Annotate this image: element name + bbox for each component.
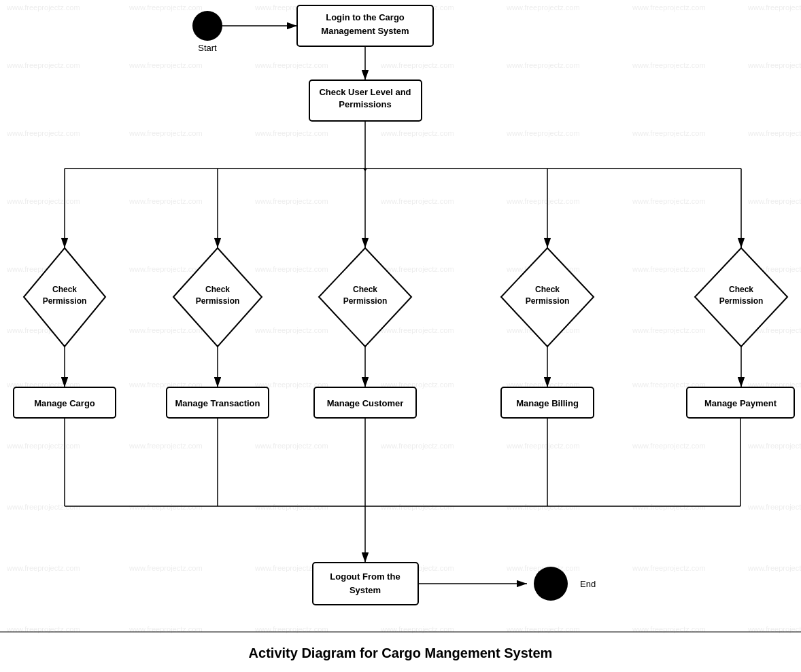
- end-label: End: [580, 579, 596, 589]
- svg-text:www.freeprojectz.com: www.freeprojectz.com: [254, 503, 328, 511]
- svg-text:www.freeprojectz.com: www.freeprojectz.com: [129, 265, 203, 273]
- logout-text1: Logout From the: [330, 571, 400, 582]
- diamond5-text1: Check: [729, 285, 753, 294]
- svg-text:www.freeprojectz.com: www.freeprojectz.com: [129, 503, 203, 511]
- logout-text2: System: [350, 585, 381, 595]
- svg-text:www.freeprojectz.com: www.freeprojectz.com: [506, 61, 580, 69]
- login-text1: Login to the Cargo: [326, 12, 405, 22]
- svg-text:www.freeprojectz.com: www.freeprojectz.com: [506, 197, 580, 205]
- svg-text:www.freeprojectz.com: www.freeprojectz.com: [380, 61, 454, 69]
- svg-text:www.freeprojectz.com: www.freeprojectz.com: [6, 564, 80, 572]
- svg-text:www.freeprojectz.com: www.freeprojectz.com: [129, 564, 203, 572]
- svg-text:www.freeprojectz.com: www.freeprojectz.com: [747, 503, 801, 511]
- manage-customer-text: Manage Customer: [327, 398, 404, 408]
- svg-text:www.freeprojectz.com: www.freeprojectz.com: [129, 326, 203, 334]
- manage-billing-text: Manage Billing: [516, 398, 579, 408]
- svg-text:www.freeprojectz.com: www.freeprojectz.com: [506, 129, 580, 137]
- start-label: Start: [198, 43, 217, 53]
- svg-text:www.freeprojectz.com: www.freeprojectz.com: [380, 503, 454, 511]
- diamond2-text1: Check: [205, 285, 230, 294]
- check-user-text1: Check User Level and: [319, 87, 411, 97]
- svg-text:www.freeprojectz.com: www.freeprojectz.com: [6, 442, 80, 450]
- svg-text:www.freeprojectz.com: www.freeprojectz.com: [506, 442, 580, 450]
- diamond1-text1: Check: [52, 285, 77, 294]
- diamond5-text2: Permission: [719, 296, 764, 306]
- diagram-area: www.freeprojectz.com www.freeprojectz.co…: [0, 0, 801, 672]
- svg-text:www.freeprojectz.com: www.freeprojectz.com: [6, 197, 80, 205]
- diamond1-text2: Permission: [43, 296, 87, 306]
- svg-text:www.freeprojectz.com: www.freeprojectz.com: [632, 503, 706, 511]
- login-text2: Management System: [321, 26, 409, 36]
- diamond4-text2: Permission: [526, 296, 570, 306]
- svg-text:www.freeprojectz.com: www.freeprojectz.com: [6, 503, 80, 511]
- svg-text:www.freeprojectz.com: www.freeprojectz.com: [632, 326, 706, 334]
- svg-text:www.freeprojectz.com: www.freeprojectz.com: [632, 129, 706, 137]
- svg-text:www.freeprojectz.com: www.freeprojectz.com: [380, 442, 454, 450]
- svg-text:www.freeprojectz.com: www.freeprojectz.com: [747, 3, 801, 12]
- svg-text:www.freeprojectz.com: www.freeprojectz.com: [6, 3, 80, 12]
- svg-text:www.freeprojectz.com: www.freeprojectz.com: [747, 197, 801, 205]
- start-node: [192, 11, 222, 41]
- svg-text:www.freeprojectz.com: www.freeprojectz.com: [129, 129, 203, 137]
- svg-text:www.freeprojectz.com: www.freeprojectz.com: [380, 265, 454, 273]
- end-node: [534, 567, 568, 601]
- svg-text:www.freeprojectz.com: www.freeprojectz.com: [632, 3, 706, 12]
- svg-text:www.freeprojectz.com: www.freeprojectz.com: [129, 3, 203, 12]
- diamond3-text2: Permission: [343, 296, 388, 306]
- svg-text:www.freeprojectz.com: www.freeprojectz.com: [254, 442, 328, 450]
- svg-text:www.freeprojectz.com: www.freeprojectz.com: [380, 129, 454, 137]
- svg-text:www.freeprojectz.com: www.freeprojectz.com: [632, 265, 706, 273]
- manage-payment-text: Manage Payment: [704, 398, 777, 408]
- diamond4-text1: Check: [535, 285, 560, 294]
- svg-text:www.freeprojectz.com: www.freeprojectz.com: [380, 326, 454, 334]
- svg-text:www.freeprojectz.com: www.freeprojectz.com: [632, 564, 706, 572]
- svg-text:www.freeprojectz.com: www.freeprojectz.com: [747, 129, 801, 137]
- svg-text:www.freeprojectz.com: www.freeprojectz.com: [632, 61, 706, 69]
- svg-text:www.freeprojectz.com: www.freeprojectz.com: [506, 503, 580, 511]
- check-user-text2: Permissions: [339, 99, 391, 109]
- manage-cargo-text: Manage Cargo: [34, 398, 95, 408]
- svg-text:www.freeprojectz.com: www.freeprojectz.com: [747, 564, 801, 572]
- svg-text:www.freeprojectz.com: www.freeprojectz.com: [747, 61, 801, 69]
- svg-text:www.freeprojectz.com: www.freeprojectz.com: [632, 442, 706, 450]
- svg-text:www.freeprojectz.com: www.freeprojectz.com: [129, 442, 203, 450]
- svg-text:www.freeprojectz.com: www.freeprojectz.com: [254, 326, 328, 334]
- svg-text:www.freeprojectz.com: www.freeprojectz.com: [747, 442, 801, 450]
- svg-text:www.freeprojectz.com: www.freeprojectz.com: [254, 61, 328, 69]
- svg-text:www.freeprojectz.com: www.freeprojectz.com: [254, 265, 328, 273]
- svg-text:www.freeprojectz.com: www.freeprojectz.com: [254, 129, 328, 137]
- svg-text:www.freeprojectz.com: www.freeprojectz.com: [380, 197, 454, 205]
- manage-transaction-text: Manage Transaction: [175, 398, 260, 408]
- svg-text:www.freeprojectz.com: www.freeprojectz.com: [6, 129, 80, 137]
- svg-text:www.freeprojectz.com: www.freeprojectz.com: [632, 197, 706, 205]
- svg-text:www.freeprojectz.com: www.freeprojectz.com: [506, 3, 580, 12]
- diamond2-text2: Permission: [196, 296, 240, 306]
- logout-box: [313, 563, 418, 605]
- svg-text:www.freeprojectz.com: www.freeprojectz.com: [129, 197, 203, 205]
- svg-text:www.freeprojectz.com: www.freeprojectz.com: [254, 197, 328, 205]
- diamond3-text1: Check: [353, 285, 377, 294]
- svg-text:www.freeprojectz.com: www.freeprojectz.com: [6, 61, 80, 69]
- diagram-title: Activity Diagram for Cargo Mangement Sys…: [249, 646, 553, 660]
- svg-text:www.freeprojectz.com: www.freeprojectz.com: [129, 61, 203, 69]
